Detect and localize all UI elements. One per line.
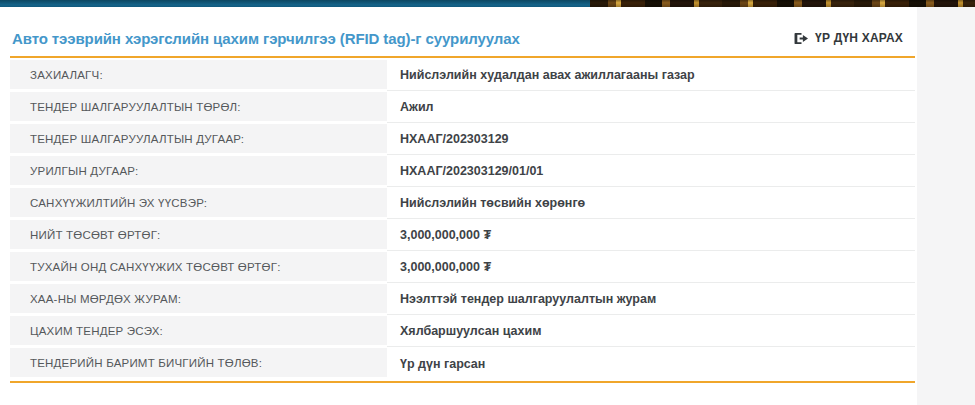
- view-results-label: ҮР ДҮН ХАРАХ: [815, 31, 903, 45]
- row-value: 3,000,000,000 ₮: [387, 220, 915, 251]
- tender-info-table: ЗАХИАЛАГЧ: Нийслэлийн худалдан авах ажил…: [10, 60, 915, 380]
- table-row: ХАА-НЫ МӨРДӨХ ЖУРАМ: Нээлттэй тендер шал…: [10, 284, 915, 313]
- header: Авто тээврийн хэрэгслийн цахим гэрчилгээ…: [0, 7, 917, 56]
- row-value: Нийслэлийн худалдан авах ажиллагааны газ…: [387, 60, 915, 91]
- table-row: ТЕНДЕРИЙН БАРИМТ БИЧГИЙН ТӨЛӨВ: Үр дүн г…: [10, 348, 915, 377]
- row-label: ЦАХИМ ТЕНДЕР ЭСЭХ:: [10, 316, 387, 345]
- row-value: Нээлттэй тендер шалгаруулалтын журам: [387, 284, 915, 315]
- row-value: НХААГ/202303129: [387, 124, 915, 155]
- table-row: УРИЛГЫН ДУГААР: НХААГ/202303129/01/01: [10, 156, 915, 185]
- row-value: Хялбаршуулсан цахим: [387, 316, 915, 347]
- page-title: Авто тээврийн хэрэгслийн цахим гэрчилгээ…: [12, 30, 520, 47]
- strip-photo-segment: [590, 0, 975, 7]
- row-label: ТЕНДЕР ШАЛГАРУУЛАЛТЫН ТӨРӨЛ:: [10, 92, 387, 121]
- title-underline: [10, 56, 915, 58]
- table-row: ТЕНДЕР ШАЛГАРУУЛАЛТЫН ТӨРӨЛ: Ажил: [10, 92, 915, 121]
- page-side-background: [917, 7, 975, 405]
- row-label: ХАА-НЫ МӨРДӨХ ЖУРАМ:: [10, 284, 387, 313]
- top-decorative-strip: [0, 0, 975, 7]
- table-row: ТУХАЙН ОНД САНХҮҮЖИХ ТӨСӨВТ ӨРТӨГ: 3,000…: [10, 252, 915, 281]
- row-value: Нийслэлийн төсвийн хөрөнгө: [387, 188, 915, 219]
- row-value: Ажил: [387, 92, 915, 123]
- table-row: САНХҮҮЖИЛТИЙН ЭХ ҮҮСВЭР: Нийслэлийн төсв…: [10, 188, 915, 217]
- row-value: НХААГ/202303129/01/01: [387, 156, 915, 187]
- table-row: ТЕНДЕР ШАЛГАРУУЛАЛТЫН ДУГААР: НХААГ/2023…: [10, 124, 915, 153]
- row-label: УРИЛГЫН ДУГААР:: [10, 156, 387, 185]
- table-row: НИЙТ ТӨСӨВТ ӨРТӨГ: 3,000,000,000 ₮: [10, 220, 915, 249]
- row-value: Үр дүн гарсан: [387, 348, 915, 379]
- row-label: ТЕНДЕР ШАЛГАРУУЛАЛТЫН ДУГААР:: [10, 124, 387, 153]
- row-label: САНХҮҮЖИЛТИЙН ЭХ ҮҮСВЭР:: [10, 188, 387, 217]
- row-label: ТУХАЙН ОНД САНХҮҮЖИХ ТӨСӨВТ ӨРТӨГ:: [10, 252, 387, 281]
- table-row: ЦАХИМ ТЕНДЕР ЭСЭХ: Хялбаршуулсан цахим: [10, 316, 915, 345]
- row-label: ЗАХИАЛАГЧ:: [10, 60, 387, 89]
- strip-blue-segment: [0, 0, 590, 7]
- table-row: ЗАХИАЛАГЧ: Нийслэлийн худалдан авах ажил…: [10, 60, 915, 89]
- row-label: ТЕНДЕРИЙН БАРИМТ БИЧГИЙН ТӨЛӨВ:: [10, 348, 387, 377]
- row-value: 3,000,000,000 ₮: [387, 252, 915, 283]
- sign-out-icon: [794, 32, 809, 45]
- view-results-link[interactable]: ҮР ДҮН ХАРАХ: [794, 31, 903, 45]
- bottom-divider: [10, 381, 915, 383]
- row-label: НИЙТ ТӨСӨВТ ӨРТӨГ:: [10, 220, 387, 249]
